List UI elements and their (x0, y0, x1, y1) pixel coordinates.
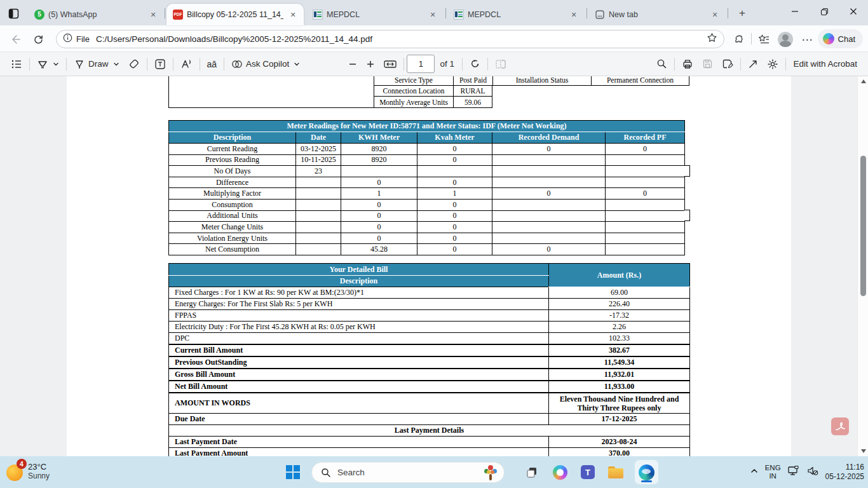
rotate-icon[interactable] (465, 55, 485, 74)
table-cell (296, 244, 341, 255)
edit-with-acrobat-button[interactable]: Edit with Acrobat (789, 55, 862, 74)
start-button[interactable] (282, 461, 304, 483)
edge-browser-icon[interactable] (635, 461, 657, 483)
table-cell: AMOUNT IN WORDS (169, 393, 549, 414)
task-view-icon[interactable] (521, 461, 543, 483)
refresh-icon[interactable] (29, 30, 47, 48)
table-cell (492, 166, 606, 177)
table-cell: Monthly Average Units (374, 97, 453, 108)
mepdcl-icon (454, 10, 464, 20)
copilot-icon (823, 33, 834, 44)
table-cell: 0 (341, 210, 417, 222)
tab-new-tab[interactable]: New tab ✕ (588, 4, 726, 25)
hidden-icons-chevron[interactable] (750, 466, 759, 478)
table-cell (606, 233, 685, 244)
search-document-icon[interactable] (652, 55, 672, 74)
table-cell: Violation Energy Units (169, 233, 296, 244)
table-cell (606, 210, 685, 222)
language-indicator[interactable]: ENG IN (765, 464, 781, 480)
table-row: Due Date17-12-2025 (169, 414, 690, 425)
table-cell: 382.67 (549, 344, 690, 356)
tab-search-icon[interactable] (5, 5, 22, 22)
tab-mepdcl-1[interactable]: MEPDCL ✕ (306, 4, 444, 25)
info-icon[interactable] (63, 33, 72, 45)
table-cell (296, 233, 341, 244)
date-label: 05-12-2025 (825, 472, 864, 482)
weather-widget[interactable]: 4 23°C Sunny (6, 461, 50, 481)
table-of-contents-icon[interactable] (6, 55, 27, 74)
tab-title: Billcopy 05-12-2025 11_14_44.p (187, 10, 283, 19)
account-info-table: Service Type Post Paid Installation Stat… (168, 76, 689, 108)
settings-menu-icon[interactable]: ⋯ (798, 30, 816, 48)
scroll-up-icon[interactable] (858, 76, 868, 86)
network-icon[interactable] (787, 464, 800, 480)
zoom-out-icon[interactable] (344, 55, 362, 74)
tab-close-icon[interactable]: ✕ (287, 9, 299, 20)
favorites-bar-icon[interactable] (755, 30, 773, 48)
highlight-tool-button[interactable] (32, 55, 64, 74)
tab-strip: 5 (5) WhatsApp ✕ PDF Billcopy 05-12-2025… (0, 0, 868, 25)
table-cell: 8920 (341, 154, 417, 166)
print-icon[interactable] (677, 55, 698, 74)
read-aloud-icon[interactable] (176, 55, 197, 74)
table-cell (606, 177, 685, 188)
eraser-icon[interactable] (124, 55, 144, 74)
save-as-icon[interactable] (717, 55, 738, 74)
profile-avatar[interactable] (776, 30, 794, 48)
vertical-scrollbar[interactable] (857, 76, 868, 456)
windows-logo-icon (286, 465, 300, 479)
fullscreen-icon[interactable] (743, 55, 763, 74)
tab-divider (165, 8, 165, 18)
tab-close-icon[interactable]: ✕ (709, 9, 721, 20)
meter-table-header-row: DescriptionDateKWH MeterKvah MeterRecord… (169, 132, 685, 144)
fit-to-width-icon[interactable] (379, 55, 401, 74)
tab-close-icon[interactable]: ✕ (147, 9, 159, 20)
tab-whatsapp[interactable]: 5 (5) WhatsApp ✕ (28, 4, 164, 25)
table-cell: 0 (417, 222, 492, 233)
url-scheme-label: File (76, 34, 90, 44)
meter-column-header: Date (296, 132, 341, 144)
acrobat-float-icon[interactable] (831, 417, 849, 435)
table-cell: 8920 (341, 144, 417, 155)
back-icon[interactable] (6, 30, 24, 48)
minimize-button[interactable] (780, 0, 810, 23)
tab-mepdcl-2[interactable]: MEPDCL ✕ (447, 4, 585, 25)
table-cell: Current Bill Amount (169, 344, 549, 356)
translate-icon[interactable]: aā (203, 55, 222, 74)
scrollbar-thumb[interactable] (860, 156, 866, 296)
add-text-icon[interactable] (150, 55, 170, 74)
extensions-icon[interactable] (729, 30, 747, 48)
zoom-in-icon[interactable] (362, 55, 379, 74)
teams-icon[interactable]: T (577, 461, 599, 483)
ask-copilot-button[interactable]: Ask Copilot (227, 55, 304, 74)
file-explorer-icon[interactable] (605, 461, 627, 483)
table-cell: 1 (341, 188, 417, 200)
table-cell: 0 (341, 177, 417, 188)
tab-close-icon[interactable]: ✕ (427, 9, 438, 20)
taskbar-search-box[interactable]: Search (311, 462, 505, 483)
url-field[interactable]: File C:/Users/Personal/Downloads/Billcop… (56, 30, 724, 48)
copilot-taskbar-icon[interactable] (549, 461, 571, 483)
draw-tool-button[interactable]: Draw (69, 55, 124, 74)
volume-muted-icon[interactable] (806, 464, 819, 480)
pdf-settings-gear-icon[interactable] (763, 55, 783, 74)
page-number-input[interactable] (407, 55, 435, 73)
table-cell: Last Payment Date (169, 437, 549, 448)
page-view-icon[interactable] (491, 55, 511, 74)
save-icon[interactable] (698, 55, 717, 74)
copilot-chat-button[interactable]: Chat (818, 29, 863, 48)
tab-title: (5) WhatsApp (48, 10, 144, 19)
favorite-star-icon[interactable] (707, 32, 717, 46)
close-window-button[interactable] (839, 0, 868, 23)
new-tab-button[interactable]: + (735, 6, 750, 22)
table-row: Gross Bill Amount11,932.01 (169, 369, 690, 381)
page-count-label: of 1 (440, 59, 454, 69)
clock[interactable]: 11:16 05-12-2025 (825, 463, 864, 482)
table-cell: Eleven Thousand Nine Hundred and Thirty … (549, 393, 690, 414)
meter-table-title-row: Meter Readings for New Meter ID:58771 an… (169, 121, 685, 132)
tab-close-icon[interactable]: ✕ (568, 9, 580, 20)
tab-billcopy-pdf[interactable]: PDF Billcopy 05-12-2025 11_14_44.p ✕ (166, 4, 304, 25)
restore-button[interactable] (810, 0, 839, 23)
scroll-down-icon[interactable] (858, 446, 868, 456)
table-row: No Of Days23 (169, 166, 685, 177)
